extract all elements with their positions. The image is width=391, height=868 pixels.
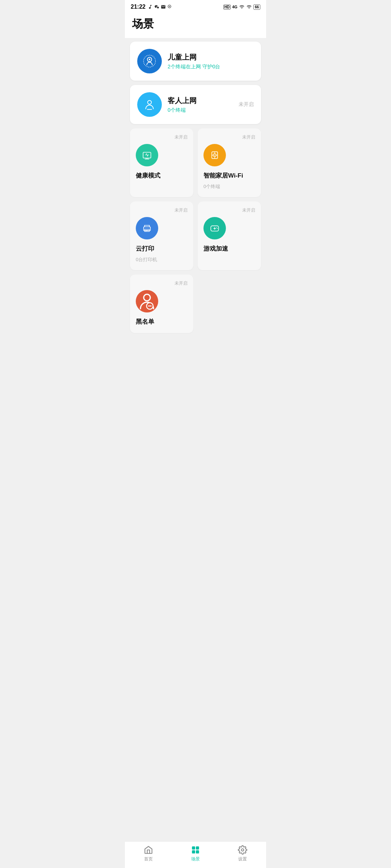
game-boost-title: 游戏加速: [203, 244, 255, 253]
status-bar: 21:22 HD 4G 66: [125, 0, 266, 12]
page-title: 场景: [132, 17, 259, 31]
health-mode-status: 未开启: [136, 134, 188, 140]
svg-line-10: [147, 154, 148, 156]
guest-internet-status: 未开启: [239, 101, 254, 108]
svg-point-35: [241, 849, 244, 851]
page-title-area: 场景: [125, 12, 266, 38]
svg-point-28: [144, 294, 150, 301]
nav-scene[interactable]: 场景: [191, 845, 200, 862]
smart-home-wifi-title: 智能家居Wi-Fi: [203, 171, 255, 180]
status-icons: [148, 4, 172, 9]
grid-row-3: 未开启 黑名单: [130, 275, 261, 333]
child-internet-sub: 2个终端在上网 守护0台: [168, 64, 254, 70]
content-area: 儿童上网 2个终端在上网 守护0台 客人上网 0个终端 未开启 未开启: [125, 38, 266, 362]
blacklist-title: 黑名单: [136, 318, 188, 326]
cloud-print-title: 云打印: [136, 244, 188, 253]
status-time: 21:22: [131, 4, 146, 10]
svg-rect-34: [196, 850, 199, 854]
child-internet-card[interactable]: 儿童上网 2个终端在上网 守护0台: [130, 42, 261, 81]
smart-home-wifi-status: 未开启: [203, 134, 255, 140]
blacklist-card[interactable]: 未开启 黑名单: [130, 275, 193, 333]
smart-home-wifi-sub: 0个终端: [203, 183, 255, 190]
cloud-print-icon: [136, 217, 158, 239]
nav-settings-label: 设置: [238, 856, 247, 862]
cloud-print-sub: 0台打印机: [136, 256, 188, 263]
child-internet-info: 儿童上网 2个终端在上网 守护0台: [168, 52, 254, 70]
svg-point-3: [144, 55, 156, 67]
smart-home-wifi-icon: [203, 144, 226, 166]
health-mode-icon: [136, 144, 158, 166]
nav-home-label: 首页: [144, 856, 153, 862]
blacklist-status: 未开启: [136, 280, 188, 286]
svg-rect-33: [192, 850, 195, 854]
status-right-icons: HD 4G 66: [223, 4, 260, 10]
grid-row-2: 未开启 云打印 0台打印机 未开启: [130, 201, 261, 270]
hd-badge: HD: [223, 5, 231, 9]
svg-point-27: [217, 228, 218, 229]
svg-line-11: [147, 155, 148, 156]
guest-internet-card[interactable]: 客人上网 0个终端 未开启: [130, 85, 261, 124]
bottom-nav: 首页 场景 设置: [125, 841, 266, 868]
nav-home[interactable]: 首页: [144, 845, 153, 862]
nav-scene-label: 场景: [191, 856, 200, 862]
child-internet-title: 儿童上网: [168, 52, 254, 62]
guest-internet-title: 客人上网: [168, 96, 233, 106]
svg-point-14: [214, 155, 215, 156]
svg-point-26: [216, 227, 217, 228]
carrier-4g: 4G: [232, 5, 237, 9]
game-boost-status: 未开启: [203, 207, 255, 213]
svg-point-4: [148, 101, 152, 105]
game-boost-icon: [203, 217, 226, 239]
health-mode-card[interactable]: 未开启 健康模式: [130, 128, 193, 197]
grid-row-1: 未开启 健康模式 未开启: [130, 128, 261, 197]
svg-rect-31: [192, 846, 195, 850]
smart-home-wifi-card[interactable]: 未开启 智能家居Wi-Fi 0个终端: [198, 128, 261, 197]
svg-point-0: [169, 6, 170, 7]
game-boost-card[interactable]: 未开启 游戏加速: [198, 201, 261, 270]
child-internet-icon: [137, 49, 162, 73]
guest-internet-info: 客人上网 0个终端: [168, 96, 233, 114]
nav-settings[interactable]: 设置: [238, 845, 247, 862]
blacklist-icon: [136, 290, 158, 312]
guest-internet-sub: 0个终端: [168, 107, 233, 114]
svg-point-2: [149, 59, 151, 60]
cloud-print-card[interactable]: 未开启 云打印 0台打印机: [130, 201, 193, 270]
guest-internet-icon: [137, 92, 162, 117]
battery-badge: 66: [253, 4, 260, 10]
svg-rect-32: [196, 846, 199, 850]
cloud-print-status: 未开启: [136, 207, 188, 213]
health-mode-title: 健康模式: [136, 171, 188, 180]
